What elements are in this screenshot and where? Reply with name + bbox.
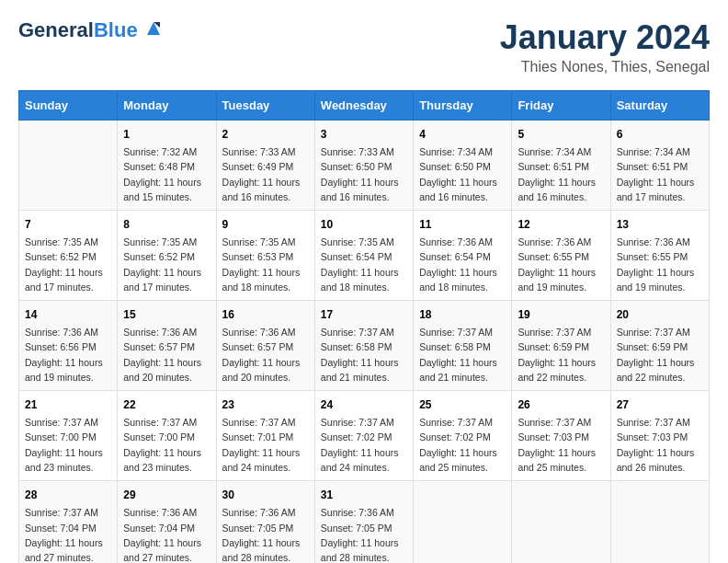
- sunset-text: Sunset: 6:52 PM: [25, 249, 111, 264]
- sunset-text: Sunset: 6:52 PM: [123, 249, 210, 264]
- day-info: Sunrise: 7:37 AMSunset: 7:03 PMDaylight:…: [518, 415, 604, 475]
- month-title: January 2024: [500, 18, 710, 57]
- day-number: 16: [222, 306, 309, 323]
- sunset-text: Sunset: 6:59 PM: [617, 339, 703, 354]
- sunset-text: Sunset: 7:03 PM: [617, 430, 703, 444]
- day-number: 11: [419, 216, 506, 233]
- sunset-text: Sunset: 7:03 PM: [518, 430, 604, 444]
- day-number: 2: [222, 126, 309, 143]
- day-number: 1: [123, 126, 210, 143]
- sunset-text: Sunset: 6:54 PM: [321, 249, 407, 264]
- sunset-text: Sunset: 6:58 PM: [321, 339, 407, 354]
- sunrise-text: Sunrise: 7:37 AM: [123, 415, 210, 430]
- day-info: Sunrise: 7:37 AMSunset: 6:59 PMDaylight:…: [617, 325, 703, 385]
- sunset-text: Sunset: 6:58 PM: [419, 339, 506, 354]
- table-row: 7Sunrise: 7:35 AMSunset: 6:52 PMDaylight…: [19, 211, 118, 301]
- day-info: Sunrise: 7:35 AMSunset: 6:54 PMDaylight:…: [321, 235, 407, 294]
- sunrise-text: Sunrise: 7:36 AM: [321, 505, 407, 520]
- sunrise-text: Sunrise: 7:35 AM: [321, 235, 407, 249]
- day-info: Sunrise: 7:37 AMSunset: 7:03 PMDaylight:…: [617, 415, 703, 475]
- day-number: 13: [617, 216, 703, 233]
- daylight-text: Daylight: 11 hours and 15 minutes.: [123, 175, 210, 205]
- calendar-week-1: 1Sunrise: 7:32 AMSunset: 6:48 PMDaylight…: [19, 121, 710, 211]
- daylight-text: Daylight: 11 hours and 16 minutes.: [518, 175, 604, 205]
- day-number: 14: [25, 306, 111, 323]
- table-row: 30Sunrise: 7:36 AMSunset: 7:05 PMDayligh…: [216, 481, 314, 563]
- day-number: 27: [617, 396, 703, 413]
- sunrise-text: Sunrise: 7:36 AM: [222, 325, 309, 339]
- table-row: 1Sunrise: 7:32 AMSunset: 6:48 PMDaylight…: [118, 121, 216, 211]
- col-sunday: Sunday: [19, 91, 118, 121]
- day-number: 6: [617, 126, 703, 143]
- day-number: 8: [123, 216, 210, 233]
- daylight-text: Daylight: 11 hours and 25 minutes.: [518, 445, 604, 476]
- day-number: 19: [518, 306, 604, 323]
- logo-icon: [143, 18, 164, 39]
- daylight-text: Daylight: 11 hours and 20 minutes.: [222, 355, 309, 385]
- sunset-text: Sunset: 7:01 PM: [222, 430, 309, 444]
- daylight-text: Daylight: 11 hours and 16 minutes.: [419, 175, 506, 205]
- table-row: [610, 481, 709, 563]
- sunrise-text: Sunrise: 7:34 AM: [617, 144, 703, 159]
- day-number: 21: [25, 396, 111, 413]
- table-row: 2Sunrise: 7:33 AMSunset: 6:49 PMDaylight…: [216, 121, 314, 211]
- daylight-text: Daylight: 11 hours and 21 minutes.: [321, 355, 407, 385]
- header: GeneralBlue January 2024 Thies Nones, Th…: [18, 18, 710, 75]
- sunset-text: Sunset: 6:53 PM: [222, 249, 309, 264]
- day-number: 7: [25, 216, 111, 233]
- daylight-text: Daylight: 11 hours and 28 minutes.: [222, 535, 309, 563]
- calendar-header: Sunday Monday Tuesday Wednesday Thursday…: [19, 91, 710, 121]
- col-tuesday: Tuesday: [216, 91, 314, 121]
- day-info: Sunrise: 7:34 AMSunset: 6:51 PMDaylight:…: [518, 144, 604, 204]
- day-info: Sunrise: 7:36 AMSunset: 6:57 PMDaylight:…: [222, 325, 309, 385]
- day-number: 25: [419, 396, 506, 413]
- day-number: 12: [518, 216, 604, 233]
- table-row: 16Sunrise: 7:36 AMSunset: 6:57 PMDayligh…: [216, 301, 314, 391]
- day-info: Sunrise: 7:34 AMSunset: 6:51 PMDaylight:…: [617, 144, 703, 204]
- sunrise-text: Sunrise: 7:36 AM: [617, 235, 703, 249]
- table-row: 10Sunrise: 7:35 AMSunset: 6:54 PMDayligh…: [314, 211, 413, 301]
- day-info: Sunrise: 7:37 AMSunset: 7:00 PMDaylight:…: [123, 415, 210, 475]
- calendar-week-2: 7Sunrise: 7:35 AMSunset: 6:52 PMDaylight…: [19, 211, 710, 301]
- day-info: Sunrise: 7:36 AMSunset: 6:55 PMDaylight:…: [518, 235, 604, 294]
- logo: GeneralBlue: [18, 18, 164, 42]
- sunrise-text: Sunrise: 7:33 AM: [321, 144, 407, 159]
- table-row: 12Sunrise: 7:36 AMSunset: 6:55 PMDayligh…: [512, 211, 610, 301]
- day-info: Sunrise: 7:37 AMSunset: 7:01 PMDaylight:…: [222, 415, 309, 475]
- sunrise-text: Sunrise: 7:35 AM: [123, 235, 210, 249]
- col-thursday: Thursday: [414, 91, 512, 121]
- daylight-text: Daylight: 11 hours and 23 minutes.: [25, 445, 111, 476]
- day-number: 4: [419, 126, 506, 143]
- table-row: 31Sunrise: 7:36 AMSunset: 7:05 PMDayligh…: [314, 481, 413, 563]
- col-wednesday: Wednesday: [314, 91, 413, 121]
- daylight-text: Daylight: 11 hours and 23 minutes.: [123, 445, 210, 476]
- sunset-text: Sunset: 7:05 PM: [321, 521, 407, 535]
- day-info: Sunrise: 7:37 AMSunset: 6:58 PMDaylight:…: [321, 325, 407, 385]
- daylight-text: Daylight: 11 hours and 19 minutes.: [25, 355, 111, 385]
- col-friday: Friday: [512, 91, 610, 121]
- day-info: Sunrise: 7:37 AMSunset: 7:04 PMDaylight:…: [25, 505, 111, 563]
- day-info: Sunrise: 7:32 AMSunset: 6:48 PMDaylight:…: [123, 144, 210, 204]
- daylight-text: Daylight: 11 hours and 25 minutes.: [419, 445, 506, 476]
- daylight-text: Daylight: 11 hours and 19 minutes.: [518, 265, 604, 295]
- logo-general: General: [18, 18, 94, 41]
- daylight-text: Daylight: 11 hours and 17 minutes.: [123, 265, 210, 295]
- sunset-text: Sunset: 6:51 PM: [518, 159, 604, 174]
- calendar-week-5: 28Sunrise: 7:37 AMSunset: 7:04 PMDayligh…: [19, 481, 710, 563]
- title-area: January 2024 Thies Nones, Thies, Senegal: [500, 18, 710, 75]
- sunrise-text: Sunrise: 7:37 AM: [518, 325, 604, 339]
- header-row: Sunday Monday Tuesday Wednesday Thursday…: [19, 91, 710, 121]
- table-row: [512, 481, 610, 563]
- sunrise-text: Sunrise: 7:33 AM: [222, 144, 309, 159]
- day-number: 10: [321, 216, 407, 233]
- table-row: 29Sunrise: 7:36 AMSunset: 7:04 PMDayligh…: [118, 481, 216, 563]
- day-number: 20: [617, 306, 703, 323]
- table-row: 27Sunrise: 7:37 AMSunset: 7:03 PMDayligh…: [610, 391, 709, 481]
- table-row: 26Sunrise: 7:37 AMSunset: 7:03 PMDayligh…: [512, 391, 610, 481]
- table-row: 8Sunrise: 7:35 AMSunset: 6:52 PMDaylight…: [118, 211, 216, 301]
- calendar-week-4: 21Sunrise: 7:37 AMSunset: 7:00 PMDayligh…: [19, 391, 710, 481]
- table-row: 4Sunrise: 7:34 AMSunset: 6:50 PMDaylight…: [414, 121, 512, 211]
- table-row: 17Sunrise: 7:37 AMSunset: 6:58 PMDayligh…: [314, 301, 413, 391]
- sunset-text: Sunset: 6:50 PM: [419, 159, 506, 174]
- sunrise-text: Sunrise: 7:37 AM: [321, 325, 407, 339]
